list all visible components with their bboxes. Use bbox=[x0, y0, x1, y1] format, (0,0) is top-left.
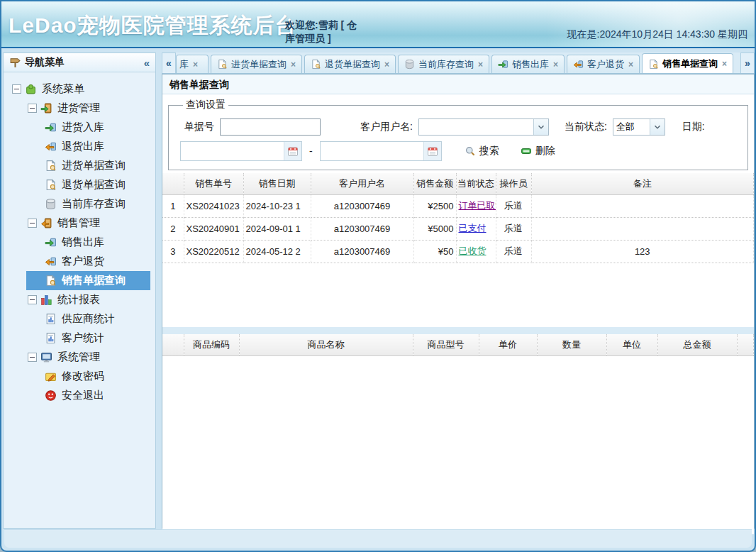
sales-table-row[interactable]: 3 XS20220512 2024-05-12 2 a1203007469 ¥5… bbox=[162, 240, 754, 263]
tabs-scroll-right-button[interactable]: » bbox=[740, 53, 755, 74]
status-bar bbox=[4, 529, 752, 548]
calendar-icon bbox=[427, 145, 438, 157]
chevron-down-icon bbox=[652, 122, 662, 132]
delete-button[interactable]: 删除 bbox=[521, 145, 555, 158]
col-unit-price[interactable]: 单价 bbox=[479, 334, 537, 355]
collapse-box-icon[interactable] bbox=[28, 353, 37, 362]
col-quantity[interactable]: 数量 bbox=[537, 334, 606, 355]
date-to-box[interactable] bbox=[320, 141, 442, 161]
cell-sale-date: 2024-05-12 2 bbox=[243, 240, 311, 263]
col-total-amount[interactable]: 总金额 bbox=[657, 334, 737, 355]
nav-item-purchase-in[interactable]: 进货入库 bbox=[4, 118, 155, 137]
cell-customer: a1203007469 bbox=[311, 194, 413, 217]
sales-table-row[interactable]: 1 XS20241023 2024-10-23 1 a1203007469 ¥2… bbox=[162, 194, 754, 217]
col-operator[interactable]: 操作员 bbox=[496, 173, 531, 194]
nav-item-system-mgmt[interactable]: 系统管理 bbox=[4, 348, 155, 367]
col-product-model[interactable]: 商品型号 bbox=[413, 334, 479, 355]
tab-close-icon[interactable]: × bbox=[553, 60, 558, 70]
nav-item-supplier-stats[interactable]: 供应商统计 bbox=[4, 309, 155, 329]
customer-label: 客户用户名: bbox=[360, 121, 413, 133]
tab-customer-return[interactable]: 客户退货 × bbox=[567, 55, 640, 73]
col-unit[interactable]: 单位 bbox=[606, 334, 657, 355]
nav-item-return-doc-query[interactable]: 退货单据查询 bbox=[4, 175, 155, 194]
bill-no-input[interactable] bbox=[220, 118, 321, 136]
collapse-box-icon[interactable] bbox=[28, 219, 37, 228]
col-rownum bbox=[162, 173, 184, 194]
customer-combobox[interactable] bbox=[418, 118, 549, 136]
tab-partial[interactable]: 库 × bbox=[176, 55, 209, 73]
nav-item-sales-doc-query[interactable]: 销售单据查询 bbox=[26, 271, 150, 290]
date-from-input[interactable] bbox=[181, 142, 284, 160]
nav-item-sales-mgmt[interactable]: 销售管理 bbox=[4, 214, 155, 233]
nav-item-stats-report[interactable]: 统计报表 bbox=[4, 290, 155, 309]
tabs-scroll-left-button[interactable]: « bbox=[162, 53, 176, 74]
nav-item-stock-query[interactable]: 当前库存查询 bbox=[4, 194, 155, 214]
collapse-box-icon[interactable] bbox=[28, 295, 37, 304]
collapse-box-icon[interactable] bbox=[12, 84, 21, 94]
signpost-icon bbox=[9, 57, 21, 69]
tab-close-icon[interactable]: × bbox=[291, 60, 296, 70]
database-icon bbox=[404, 59, 415, 70]
col-product-code[interactable]: 商品编码 bbox=[184, 334, 239, 355]
nav-item-customer-stats[interactable]: 客户统计 bbox=[4, 329, 155, 348]
col-customer[interactable]: 客户用户名 bbox=[311, 173, 413, 194]
nav-item-purchase-doc-query[interactable]: 进货单据查询 bbox=[4, 156, 155, 175]
status-link[interactable]: 已收货 bbox=[459, 245, 487, 256]
tab-close-icon[interactable]: × bbox=[478, 60, 483, 70]
sales-table-row[interactable]: 2 XS20240901 2024-09-01 1 a1203007469 ¥5… bbox=[162, 217, 754, 240]
nav-item-return-out[interactable]: 退货出库 bbox=[4, 137, 155, 156]
customer-dropdown-button[interactable] bbox=[533, 119, 548, 135]
collapse-box-icon[interactable] bbox=[28, 104, 37, 113]
nav-item-sales-out[interactable]: 销售出库 bbox=[4, 233, 155, 252]
cell-sale-date: 2024-10-23 1 bbox=[243, 194, 311, 217]
status-link[interactable]: 已支付 bbox=[459, 223, 487, 233]
nav-item-system-menu[interactable]: 系统菜单 bbox=[4, 79, 155, 99]
panel-title: 销售单据查询 bbox=[162, 74, 754, 94]
tab-close-icon[interactable]: × bbox=[628, 60, 633, 70]
nav-item-label: 安全退出 bbox=[62, 389, 104, 402]
tab-label: 当前库存查询 bbox=[418, 58, 474, 71]
detail-table: 商品编码 商品名称 商品型号 单价 数量 单位 总金额 bbox=[162, 334, 754, 356]
nav-item-customer-return[interactable]: 客户退货 bbox=[4, 252, 155, 271]
col-status[interactable]: 当前状态 bbox=[456, 173, 496, 194]
nav-item-purchase-mgmt[interactable]: 进货管理 bbox=[4, 99, 155, 118]
col-bill-no[interactable]: 销售单号 bbox=[184, 173, 243, 194]
status-dropdown-button[interactable] bbox=[650, 119, 665, 135]
tab-sales-doc-query[interactable]: 销售单据查询 × bbox=[642, 53, 733, 74]
nav-item-safe-exit[interactable]: 安全退出 bbox=[4, 386, 155, 405]
sales-table: 销售单号 销售日期 客户用户名 销售金额 当前状态 操作员 备注 1 XS202 bbox=[162, 173, 754, 263]
tab-purchase-doc-query[interactable]: 进货单据查询 × bbox=[211, 55, 302, 73]
date-to-calendar-button[interactable] bbox=[423, 142, 441, 160]
sidebar-collapse-button[interactable]: « bbox=[144, 57, 150, 69]
tab-close-icon[interactable]: × bbox=[193, 60, 198, 70]
search-button[interactable]: 搜索 bbox=[465, 145, 499, 158]
col-sale-date[interactable]: 销售日期 bbox=[243, 173, 311, 194]
nav-item-label: 客户退货 bbox=[62, 255, 104, 268]
date-from-box[interactable] bbox=[180, 141, 302, 161]
date-to-input[interactable] bbox=[321, 142, 423, 160]
cell-remark bbox=[531, 217, 754, 240]
cell-bill-no: XS20241023 bbox=[184, 194, 243, 217]
tab-return-doc-query[interactable]: 退货单据查询 × bbox=[304, 55, 396, 73]
nav-item-label: 修改密码 bbox=[62, 370, 104, 383]
col-remark[interactable]: 备注 bbox=[531, 173, 754, 194]
status-link[interactable]: 订单已取消 bbox=[459, 200, 496, 211]
tab-sales-out[interactable]: 销售出库 × bbox=[491, 55, 565, 73]
status-combobox[interactable] bbox=[613, 118, 665, 136]
cell-amount: ¥2500 bbox=[413, 194, 456, 217]
nav-item-change-password[interactable]: 修改密码 bbox=[4, 367, 155, 386]
col-amount[interactable]: 销售金额 bbox=[413, 173, 456, 194]
tab-close-icon[interactable]: × bbox=[722, 59, 727, 69]
chevron-down-icon bbox=[536, 122, 546, 132]
cell-amount: ¥50 bbox=[413, 240, 456, 263]
tab-bar: « 库 × 进货单据查询 × 退货单据查询 × 当前库存查询 × bbox=[162, 53, 755, 74]
col-product-name[interactable]: 商品名称 bbox=[239, 334, 413, 355]
tab-stock-query[interactable]: 当前库存查询 × bbox=[398, 55, 489, 73]
cell-sale-date: 2024-09-01 1 bbox=[243, 217, 311, 240]
date-from-calendar-button[interactable] bbox=[284, 142, 301, 160]
status-input[interactable] bbox=[613, 119, 650, 135]
app-title: LeDao宠物医院管理系统后台 bbox=[9, 11, 297, 40]
tab-close-icon[interactable]: × bbox=[384, 60, 389, 70]
horizontal-splitter[interactable] bbox=[162, 327, 754, 334]
customer-input[interactable] bbox=[419, 119, 533, 135]
